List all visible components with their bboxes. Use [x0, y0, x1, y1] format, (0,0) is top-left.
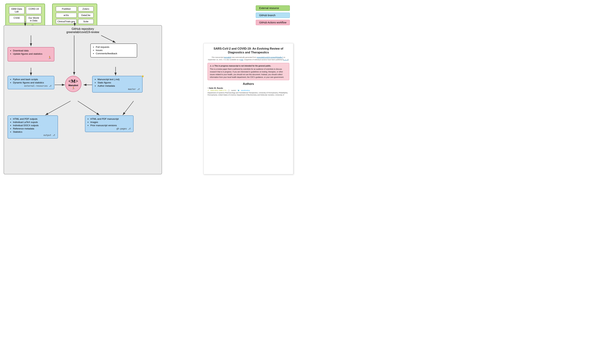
ref-datacite: DataCite	[78, 13, 94, 18]
data-source-csse: CSSE	[9, 15, 25, 23]
twitter-icon: 🐦	[238, 90, 240, 91]
manubot-symbol: <M>	[68, 78, 78, 84]
warning-body: This is a review paper that is authored …	[210, 68, 287, 78]
warning-title: ⚠ ⚠ This in progress manuscript is not i…	[210, 65, 287, 67]
git-branch-icon: ⎇	[49, 85, 52, 87]
ghpages-branch-label: gh-pages ⎇	[88, 127, 131, 130]
twitter-link[interactable]: tamefoxtime	[241, 90, 250, 91]
ref-clinicaltrials: ClinicalTrials.gov	[56, 19, 77, 24]
legend-github-actions: GitHub Actions workflow	[256, 20, 290, 25]
svg-line-9	[78, 101, 99, 115]
data-source-owid: Our World in Data	[26, 15, 41, 23]
ref-pubmed: PubMed	[56, 6, 77, 11]
blue-external-box: Python and bash scripts Dynamic figures …	[7, 76, 54, 89]
legend: External resource GitHub branch GitHub A…	[256, 5, 290, 25]
data-source-cord19: CORD-19	[26, 6, 41, 14]
legend-branch-label: GitHub branch	[259, 14, 275, 17]
master-item-2: Static figures	[98, 81, 140, 84]
manubot-circle: <M> Manubot 🏃	[65, 76, 81, 92]
manubot-container: <M> Manubot 🏃	[65, 76, 83, 92]
output-branch-label: output ⎇	[10, 134, 55, 136]
legend-actions-label: GitHub Actions workflow	[259, 21, 286, 24]
author-item: • Halie M. Rando ⊙ 0000-0001-7688-1770 ◯…	[208, 87, 289, 96]
ghpages-item-1: HTML and PDF manuscript	[90, 117, 131, 120]
svg-line-8	[45, 101, 71, 115]
ref-arxiv: arXiv	[56, 13, 77, 18]
output-item-2: Individual LaTeX ouputs	[13, 121, 55, 124]
blue-output-box: HTML and PDF outputs Individual LaTeX ou…	[7, 115, 58, 139]
github-repo-title: GitHub repository	[4, 27, 162, 31]
output-item-1: HTML and PDF outputs	[13, 117, 55, 120]
repo-link[interactable]: greenelab/covid19-review@69adbc7	[257, 56, 283, 58]
runner-icon: 🏃	[10, 56, 52, 59]
external-branch-label: external-resources ⎇	[10, 85, 52, 87]
master-item-1: Manuscript text (.md)	[98, 78, 140, 81]
warning-icon: ⚠	[210, 65, 211, 67]
manubot-runner-icon: 🏃	[72, 87, 75, 90]
pink-download-list: Download data Update figures and statist…	[10, 49, 52, 55]
pink-item-2: Update figures and statistics	[13, 52, 52, 55]
manuscript-panel: SARS-CoV-2 and COVID-19: An Evolving Rev…	[203, 43, 293, 174]
snapshot-link[interactable]: 1, 2, 3	[284, 59, 288, 61]
authors-title: Authors	[208, 82, 289, 85]
master-list: Manuscript text (.md) Static figures Aut…	[95, 78, 140, 87]
git-branch-icon-4: ⎇	[128, 127, 131, 130]
git-branch-icon-3: ⎇	[53, 134, 55, 136]
github-repo-subtitle: greenelab/covid19-review	[4, 31, 162, 34]
ghpages-list: HTML and PDF manuscript Images Prior man…	[88, 117, 131, 127]
manuscript-meta: This manuscript (permalink) was automati…	[208, 56, 289, 61]
white-feedback-box: Pull requests Issues Comments/feedback	[90, 44, 137, 58]
master-item-3: Author metadata	[98, 84, 140, 87]
author-name: Halie M. Rando	[209, 87, 223, 89]
blue-ghpages-box: HTML and PDF manuscript Images Prior man…	[85, 115, 134, 132]
legend-external-resource: External resource	[256, 5, 290, 11]
svg-line-10	[123, 101, 134, 115]
git-branch-icon-2: ⎇	[137, 88, 140, 91]
feedback-item-3: Comments/feedback	[96, 52, 134, 55]
external-list: Python and bash scripts Dynamic figures …	[10, 78, 52, 84]
github-link[interactable]: rando2	[231, 90, 236, 91]
ref-meta-grid: PubMed Zotero arXiv DataCite ClinicalTri…	[56, 6, 94, 24]
feedback-item-2: Issues	[96, 49, 134, 52]
output-item-4: Reference metadata	[13, 127, 55, 130]
feedback-item-1: Pull requests	[96, 46, 134, 48]
workflow-container: GitHub repository greenelab/covid19-revi…	[4, 25, 162, 174]
orcid-icon: ⊙	[208, 90, 209, 91]
feedback-list: Pull requests Issues Comments/feedback	[93, 46, 134, 55]
warning-box: ⚠ ⚠ This in progress manuscript is not i…	[208, 63, 289, 80]
github-repo-label: GitHub repository greenelab/covid19-revi…	[4, 26, 162, 34]
permalink-link[interactable]: permalink	[224, 56, 231, 58]
github-icon: ◯	[228, 90, 230, 91]
blue-master-box: ★ Manuscript text (.md) Static figures A…	[92, 76, 142, 93]
orcid-link[interactable]: 0000-0001-7688-1770	[210, 90, 226, 91]
bullet-icon: •	[208, 87, 208, 89]
ghpages-item-2: Images	[90, 121, 131, 124]
pdf-link[interactable]: PDF	[240, 59, 243, 61]
author-affil: Department of Systems Pharmacology and T…	[208, 92, 289, 96]
external-item-2: Dynamic figures and statistics	[13, 81, 52, 84]
pink-download-box: Download data Update figures and statist…	[7, 47, 54, 61]
output-item-3: Individual DOCX outputs	[13, 124, 55, 127]
external-item-1: Python and bash scripts	[13, 78, 52, 81]
ref-zotero: Zotero	[78, 6, 94, 11]
master-branch-label: master ⎇	[95, 88, 140, 91]
ghpages-item-3: Prior manuscript versions	[90, 124, 131, 127]
ref-scite: Scite	[78, 19, 94, 24]
manuscript-title: SARS-CoV-2 and COVID-19: An Evolving Rev…	[208, 47, 289, 54]
output-list: HTML and PDF outputs Individual LaTeX ou…	[10, 117, 55, 133]
legend-external-label: External resource	[259, 7, 279, 10]
author-links: ⊙ 0000-0001-7688-1770 ◯ rando2 🐦 tamefox…	[208, 90, 289, 91]
data-sources-grid: EBM Data Lab CORD-19 CSSE Our World in D…	[9, 6, 41, 23]
manubot-label: Manubot	[68, 84, 78, 87]
data-source-ebm: EBM Data Lab	[9, 6, 25, 14]
star-icon: ★	[141, 74, 144, 78]
svg-line-2	[101, 35, 115, 43]
output-item-5: Statistics	[13, 130, 55, 133]
legend-github-branch: GitHub branch	[256, 13, 290, 18]
pink-item-1: Download data	[13, 49, 52, 52]
